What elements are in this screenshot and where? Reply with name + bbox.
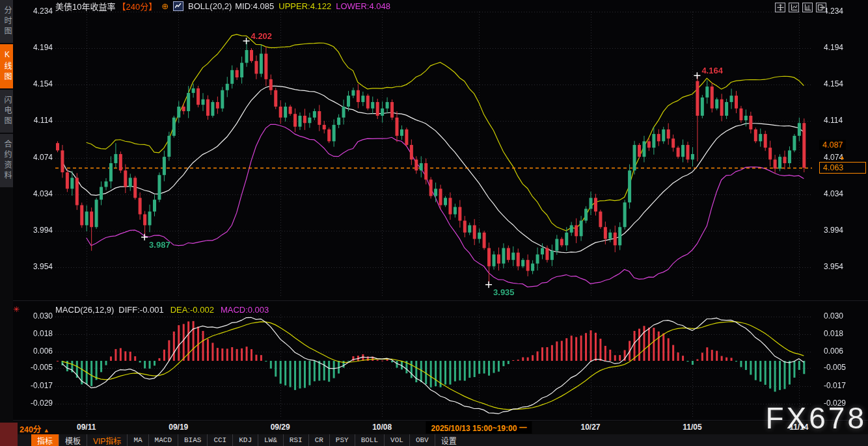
macd-tick-right: 0.006 [824, 347, 843, 356]
date-tick: 09/29 [271, 423, 290, 432]
date-tick: 09/19 [169, 423, 188, 432]
price-tick-left: 4.194 [33, 43, 53, 52]
toolbar-item-RSI[interactable]: RSI [283, 434, 308, 446]
macd-tick-left: -0.017 [31, 381, 53, 390]
macd-tick-left: 0.018 [33, 329, 53, 338]
chart-window: 分时图K线图闪电图合约资料 美债10年收益率 【240分】 ⊕ BOLL(20,… [0, 0, 868, 446]
toolbar-item-MA[interactable]: MA [127, 434, 148, 446]
price-direction-arrow-icon: ▲ [839, 154, 845, 161]
chart-header: 美债10年收益率 【240分】 ⊕ BOLL(20,2) MID:4.085 U… [55, 1, 390, 12]
boll-upper-value: UPPER:4.122 [278, 1, 331, 11]
price-and-macd-chart[interactable] [0, 0, 868, 446]
sidebar-item-3[interactable]: 合约资料 [0, 134, 13, 187]
sidebar-item-0[interactable]: 分时图 [0, 0, 13, 43]
macd-macd-value: MACD:0.003 [221, 305, 269, 315]
price-tick-left: 4.114 [34, 116, 53, 125]
sidebar-item-2[interactable]: 闪电图 [0, 90, 13, 133]
price-tick-left: 4.074 [33, 153, 53, 162]
toolbar-item-PSY[interactable]: PSY [329, 434, 355, 446]
extreme-price-label: 4.202 [251, 31, 273, 41]
indicator-toolbar: 指标模板VIP指标MAMACDBIASCCIKDJLW&RSICRPSYBOLL… [0, 434, 868, 446]
macd-header: MACD(26,12,9) DIFF:-0.001 DEA:-0.002 MAC… [55, 305, 269, 315]
macd-tick-left: -0.005 [31, 363, 53, 372]
hovered-bar-datetime: 2025/10/13 15:00~19:00 一 [426, 421, 532, 434]
current-price-tag: 4.063 [819, 162, 866, 174]
macd-tick-left: 0.006 [33, 347, 53, 356]
toolbar-item-KDJ[interactable]: KDJ [232, 434, 258, 446]
extreme-price-label: 3.987 [149, 240, 170, 250]
price-tick-left: 4.234 [33, 7, 53, 16]
toolbar-item-BOLL[interactable]: BOLL [355, 434, 384, 446]
toolbar-item-BIAS[interactable]: BIAS [178, 434, 207, 446]
toolbar-item-OBV[interactable]: OBV [409, 434, 435, 446]
period-selector-label: 240分 [20, 425, 41, 434]
macd-indicator-label: MACD(26,12,9) [55, 305, 114, 315]
date-tick: 11/05 [683, 423, 701, 432]
sidebar-item-1[interactable]: K线图 [0, 44, 13, 88]
period-selector[interactable]: 240分 ▲ [20, 423, 49, 435]
toolbar-item-VIP指标[interactable]: VIP指标 [87, 434, 127, 446]
price-tick-right: 4.154 [824, 79, 843, 88]
macd-diff-value: DIFF:-0.001 [118, 305, 163, 315]
date-tick: 10/08 [372, 423, 392, 432]
chevron-up-icon: ▲ [44, 427, 49, 434]
macd-dea-value: DEA:-0.002 [170, 305, 214, 315]
toolbar-item-设置[interactable]: 设置 [435, 434, 463, 446]
fx678-watermark: FX678 [765, 400, 867, 436]
toolbar-item-CCI[interactable]: CCI [207, 434, 232, 446]
macd-tick-left: 0.030 [33, 311, 53, 321]
macd-tick-right: 0.018 [824, 329, 843, 338]
toolbar-item-指标[interactable]: 指标 [31, 434, 59, 446]
boll-lower-value: LOWER:4.048 [336, 1, 390, 11]
price-tick-left: 3.994 [33, 226, 53, 235]
date-axis-row: 240分 ▲ 09/1109/1909/2910/082025/10/13 15… [0, 421, 868, 434]
axis-scale-right-icon[interactable] [802, 3, 813, 12]
date-tick: 10/27 [580, 423, 600, 432]
corner-logo-block [0, 423, 18, 446]
macd-tick-right: -0.005 [824, 363, 846, 372]
macd-tick-left: -0.029 [31, 399, 53, 408]
price-tick-right: 4.234 [824, 7, 843, 16]
boll-mid-value: MID:4.085 [235, 1, 274, 11]
extreme-price-label: 4.164 [701, 66, 723, 75]
right-price-axis: 4.2344.1944.1544.1144.0744.0343.9943.954… [821, 0, 868, 421]
price-tick-left: 4.154 [33, 79, 53, 88]
axis-scale-left-icon[interactable] [789, 3, 799, 12]
macd-tick-right: 0.030 [824, 311, 843, 321]
go-to-latest-icon[interactable] [816, 3, 826, 12]
extreme-price-label: 3.935 [493, 287, 515, 297]
boll-mid-price-tag: 4.087 [819, 140, 846, 150]
chart-tool-buttons [775, 3, 826, 12]
price-tick-left: 4.034 [33, 189, 53, 198]
toolbar-item-MACD[interactable]: MACD [148, 434, 178, 446]
price-tick-right: 4.194 [824, 43, 843, 52]
instrument-title: 美债10年收益率 [55, 0, 115, 12]
macd-tick-right: -0.017 [824, 381, 846, 390]
chart-type-icon[interactable] [173, 1, 183, 11]
add-indicator-icon[interactable]: ⊕ [161, 2, 169, 10]
price-tick-left: 3.954 [33, 262, 53, 271]
toolbar-item-LW&[interactable]: LW& [258, 434, 283, 446]
price-tick-right: 4.114 [824, 116, 843, 125]
pan-icon[interactable] [775, 3, 785, 12]
toolbar-item-VOL[interactable]: VOL [384, 434, 409, 446]
price-tick-right: 3.954 [824, 262, 843, 271]
macd-pane-alert-icon[interactable]: ✳ [13, 305, 20, 314]
toolbar-item-CR[interactable]: CR [308, 434, 329, 446]
date-tick: 09/11 [77, 423, 96, 432]
left-tab-bar: 分时图K线图闪电图合约资料 [0, 0, 13, 421]
toolbar-item-模板[interactable]: 模板 [59, 434, 87, 446]
price-tick-right: 4.034 [824, 189, 843, 198]
price-tick-right: 3.994 [824, 226, 843, 235]
boll-indicator-label: BOLL(20,2) [188, 1, 232, 11]
period-tag[interactable]: 【240分】 [117, 0, 157, 12]
